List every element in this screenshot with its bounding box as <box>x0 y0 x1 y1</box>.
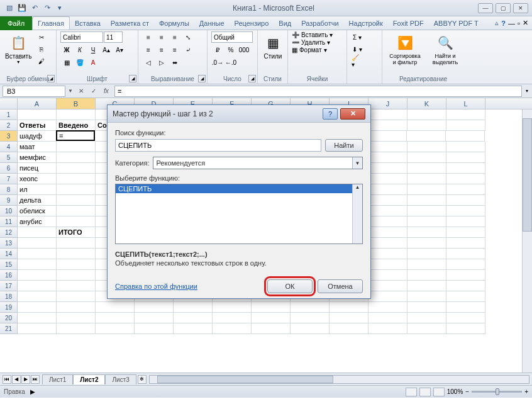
cell[interactable] <box>407 131 446 142</box>
column-header[interactable]: B <box>57 98 96 109</box>
cell[interactable] <box>369 195 407 206</box>
cell[interactable] <box>446 323 485 334</box>
row-header[interactable]: 5 <box>0 152 18 163</box>
ok-button[interactable]: ОК <box>267 279 313 293</box>
cell[interactable] <box>291 302 330 313</box>
cell[interactable] <box>369 270 407 281</box>
cancel-button[interactable]: Отмена <box>318 279 363 293</box>
number-format-combo[interactable]: Общий <box>211 31 253 43</box>
row-header[interactable]: 19 <box>0 302 18 313</box>
cell[interactable] <box>252 323 291 334</box>
dialog-help-button[interactable]: ? <box>323 108 338 120</box>
cell[interactable] <box>57 206 96 216</box>
cell[interactable]: писец <box>18 163 57 174</box>
decrease-decimal-icon[interactable]: ←.0 <box>224 57 237 68</box>
ribbon-tab-9[interactable]: Foxit PDF <box>388 16 429 30</box>
cell[interactable] <box>57 323 96 334</box>
cell[interactable]: мемфис <box>18 152 57 163</box>
cell[interactable] <box>407 238 446 249</box>
row-header[interactable]: 1 <box>0 109 18 120</box>
macro-record-icon[interactable]: ▶ <box>30 388 35 395</box>
zoom-thumb[interactable] <box>496 388 499 395</box>
increase-indent-icon[interactable]: ▷ <box>155 57 168 68</box>
cell[interactable] <box>174 323 213 334</box>
cell[interactable] <box>407 109 446 120</box>
vertical-scrollbar[interactable] <box>522 109 532 373</box>
cell[interactable] <box>407 120 446 131</box>
zoom-percent[interactable]: 100% <box>447 388 463 395</box>
border-icon[interactable]: ▦ <box>60 57 73 68</box>
ribbon-tab-3[interactable]: Формулы <box>154 16 194 30</box>
cell[interactable] <box>18 238 57 249</box>
maximize-button[interactable]: ▢ <box>496 3 511 13</box>
cell[interactable] <box>57 216 96 227</box>
column-header[interactable]: A <box>18 98 57 109</box>
align-left-icon[interactable]: ≡ <box>142 44 155 55</box>
delete-cells-button[interactable]: ➖Удалить ▾ <box>292 39 330 46</box>
listbox-scrollbar[interactable]: ▲ <box>352 184 362 244</box>
comma-icon[interactable]: 000 <box>238 44 250 55</box>
underline-button[interactable]: Ч <box>87 44 99 55</box>
cell[interactable] <box>96 313 135 323</box>
cell[interactable] <box>57 238 96 249</box>
cell[interactable] <box>446 152 485 163</box>
cell[interactable]: шадуф <box>18 131 57 142</box>
sort-filter-button[interactable]: 🔽 Сортировка и фильтр <box>386 31 424 67</box>
cell[interactable] <box>369 174 407 184</box>
cell[interactable] <box>369 109 407 120</box>
zoom-slider[interactable] <box>472 391 522 393</box>
cell[interactable] <box>291 313 330 323</box>
ribbon-tab-8[interactable]: Надстройк <box>344 16 388 30</box>
cell[interactable] <box>446 259 485 270</box>
bold-button[interactable]: Ж <box>60 44 73 55</box>
excel-icon[interactable]: ▧ <box>4 3 15 14</box>
cell[interactable] <box>446 120 485 131</box>
row-header[interactable]: 2 <box>0 120 18 131</box>
insert-cells-button[interactable]: ➕Вставить ▾ <box>292 31 333 38</box>
cell[interactable] <box>446 313 485 323</box>
vscroll-thumb[interactable] <box>523 118 532 232</box>
format-painter-icon[interactable]: 🖌 <box>35 55 48 67</box>
cell[interactable] <box>252 313 291 323</box>
row-header[interactable]: 18 <box>0 291 18 302</box>
cell[interactable] <box>369 120 407 131</box>
row-header[interactable]: 10 <box>0 206 18 216</box>
font-size-combo[interactable]: 11 <box>104 31 123 43</box>
row-header[interactable]: 15 <box>0 259 18 270</box>
cell[interactable] <box>369 313 407 323</box>
sheet-tab[interactable]: Лист3 <box>105 374 136 384</box>
cell[interactable] <box>369 163 407 174</box>
workbook-restore-icon[interactable]: ▫ <box>518 20 520 27</box>
cell[interactable] <box>407 227 446 238</box>
number-launcher-icon[interactable]: ◢ <box>248 75 256 82</box>
cell[interactable] <box>446 195 485 206</box>
cell[interactable] <box>369 142 407 152</box>
cell[interactable]: ИТОГО <box>57 227 96 238</box>
row-header[interactable]: 8 <box>0 184 18 195</box>
clear-icon[interactable]: 🧹 ▾ <box>351 55 363 67</box>
cell[interactable] <box>407 291 446 302</box>
cell[interactable] <box>18 270 57 281</box>
cell[interactable] <box>330 302 369 313</box>
insert-function-icon[interactable]: fx <box>101 86 112 97</box>
cell[interactable] <box>57 302 96 313</box>
zoom-in-icon[interactable]: + <box>524 388 528 395</box>
find-select-button[interactable]: 🔍 Найти и выделить <box>426 31 464 67</box>
increase-font-icon[interactable]: A▴ <box>100 44 113 55</box>
cell[interactable]: Ответы <box>18 120 57 131</box>
styles-button[interactable]: ▦ Стили <box>262 31 284 61</box>
tab-nav-first-icon[interactable]: ⏮ <box>3 375 11 384</box>
cell[interactable] <box>57 249 96 259</box>
cell[interactable] <box>407 259 446 270</box>
cell[interactable] <box>446 163 485 174</box>
save-icon[interactable]: 💾 <box>16 3 28 14</box>
name-box[interactable]: B3 <box>3 86 65 97</box>
column-header[interactable]: J <box>369 98 407 109</box>
ribbon-tab-10[interactable]: ABBYY PDF T <box>429 16 484 30</box>
cell[interactable] <box>446 302 485 313</box>
autosum-icon[interactable]: Σ ▾ <box>351 31 363 43</box>
cell[interactable] <box>96 323 135 334</box>
font-launcher-icon[interactable]: ◢ <box>129 75 136 82</box>
cell[interactable] <box>57 313 96 323</box>
cell[interactable] <box>407 249 446 259</box>
